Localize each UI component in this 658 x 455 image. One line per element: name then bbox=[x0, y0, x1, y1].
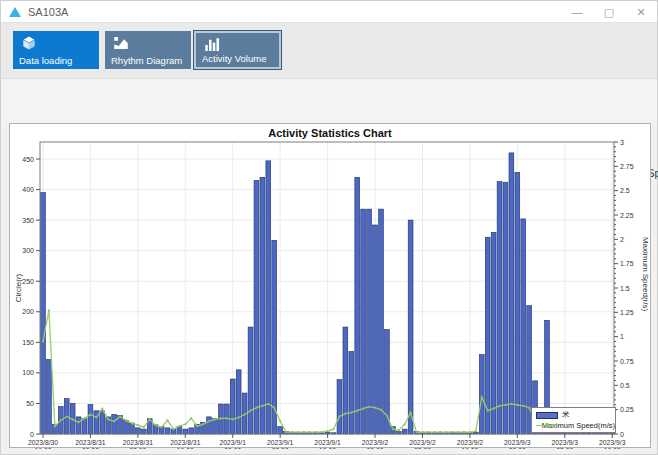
svg-text:400: 400 bbox=[22, 186, 34, 193]
svg-text:1.5: 1.5 bbox=[620, 285, 630, 292]
data-loading-button[interactable]: Data loading bbox=[13, 31, 99, 69]
svg-text:250: 250 bbox=[22, 278, 34, 285]
svg-text:2023/8/30: 2023/8/30 bbox=[28, 439, 58, 446]
svg-text:2023/9/1: 2023/9/1 bbox=[267, 439, 294, 446]
svg-text:350: 350 bbox=[22, 217, 34, 224]
chart-panel: Activity Statistics Chart 05010015020025… bbox=[9, 123, 651, 448]
close-button[interactable]: ✕ bbox=[625, 1, 657, 23]
svg-text:0: 0 bbox=[620, 431, 624, 438]
svg-text:100: 100 bbox=[22, 369, 34, 376]
svg-text:2: 2 bbox=[620, 236, 624, 243]
svg-text:0.5: 0.5 bbox=[620, 382, 630, 389]
svg-text:2023/9/3: 2023/9/3 bbox=[599, 439, 626, 446]
svg-text:450: 450 bbox=[22, 156, 34, 163]
svg-text:00:00: 00:00 bbox=[367, 447, 384, 449]
svg-text:08:00: 08:00 bbox=[414, 447, 431, 449]
svg-text:2.75: 2.75 bbox=[620, 163, 634, 170]
minimize-button[interactable]: — bbox=[561, 1, 593, 23]
svg-text:1.75: 1.75 bbox=[620, 260, 634, 267]
data-loading-label: Data loading bbox=[19, 55, 72, 66]
svg-text:00:00: 00:00 bbox=[509, 447, 526, 449]
area-chart-icon bbox=[112, 34, 130, 52]
window-controls: — ▢ ✕ bbox=[561, 1, 657, 23]
svg-text:1.25: 1.25 bbox=[620, 309, 634, 316]
svg-text:2023/8/31: 2023/8/31 bbox=[75, 439, 105, 446]
svg-text:0: 0 bbox=[30, 431, 34, 438]
legend-item-line: Maximum Speed(m/s) bbox=[536, 420, 615, 430]
svg-text:16:00: 16:00 bbox=[177, 447, 194, 449]
legend-item-bars: 米 bbox=[536, 410, 615, 420]
chart-legend: 米 Maximum Speed(m/s) bbox=[531, 407, 616, 433]
cube-icon bbox=[20, 34, 38, 52]
title-bar: SA103A — ▢ ✕ bbox=[1, 1, 657, 23]
svg-text:150: 150 bbox=[22, 339, 34, 346]
svg-text:2023/8/31: 2023/8/31 bbox=[170, 439, 200, 446]
svg-text:16:00: 16:00 bbox=[604, 447, 621, 449]
app-logo-icon bbox=[9, 7, 21, 17]
svg-text:0.25: 0.25 bbox=[620, 406, 634, 413]
activity-volume-label: Activity Volume bbox=[202, 53, 266, 64]
window-title: SA103A bbox=[28, 6, 68, 18]
svg-text:16:00: 16:00 bbox=[34, 447, 51, 449]
svg-text:08:00: 08:00 bbox=[129, 447, 146, 449]
svg-text:2023/9/2: 2023/9/2 bbox=[457, 439, 484, 446]
svg-text:3: 3 bbox=[620, 139, 624, 146]
svg-text:2023/9/2: 2023/9/2 bbox=[409, 439, 436, 446]
bar-chart-icon bbox=[203, 36, 221, 54]
svg-text:2023/9/3: 2023/9/3 bbox=[504, 439, 531, 446]
svg-text:16:00: 16:00 bbox=[319, 447, 336, 449]
svg-text:16:00: 16:00 bbox=[461, 447, 478, 449]
chart-controls-row: Lane: 1 ▲ ▼ Bar Chart Color: ... Line Ch… bbox=[1, 79, 657, 123]
svg-text:00:00: 00:00 bbox=[224, 447, 241, 449]
activity-volume-button-selected[interactable]: Activity Volume bbox=[193, 30, 282, 70]
rhythm-diagram-button[interactable]: Rhythm Diagram bbox=[105, 31, 191, 69]
svg-text:0.75: 0.75 bbox=[620, 358, 634, 365]
svg-text:2.5: 2.5 bbox=[620, 187, 630, 194]
legend-bar-label: 米 bbox=[562, 410, 570, 420]
svg-text:300: 300 bbox=[22, 247, 34, 254]
app-window: SA103A — ▢ ✕ Data loading Rhythm Diagram bbox=[0, 0, 658, 455]
svg-text:2023/9/1: 2023/9/1 bbox=[219, 439, 246, 446]
y-axis-left-title: Circle(r) bbox=[14, 273, 23, 302]
svg-text:08:00: 08:00 bbox=[272, 447, 289, 449]
activity-statistics-chart: 05010015020025030035040045000.250.50.751… bbox=[10, 124, 652, 449]
toolbar: Data loading Rhythm Diagram Activity Vol… bbox=[1, 23, 657, 79]
legend-line-swatch bbox=[536, 422, 538, 429]
svg-text:2023/9/2: 2023/9/2 bbox=[362, 439, 389, 446]
rhythm-diagram-label: Rhythm Diagram bbox=[111, 55, 182, 66]
legend-bar-swatch bbox=[536, 412, 558, 419]
svg-text:50: 50 bbox=[26, 400, 34, 407]
svg-text:00:00: 00:00 bbox=[82, 447, 99, 449]
y-axis-right-title: Maximum Speed(r/s) bbox=[641, 237, 650, 312]
svg-text:08:00: 08:00 bbox=[556, 447, 573, 449]
svg-text:2023/9/3: 2023/9/3 bbox=[552, 439, 579, 446]
svg-text:1: 1 bbox=[620, 333, 624, 340]
maximize-button[interactable]: ▢ bbox=[593, 1, 625, 23]
svg-text:2023/8/31: 2023/8/31 bbox=[123, 439, 153, 446]
svg-text:2.25: 2.25 bbox=[620, 212, 634, 219]
svg-text:2023/9/1: 2023/9/1 bbox=[314, 439, 341, 446]
svg-text:200: 200 bbox=[22, 308, 34, 315]
